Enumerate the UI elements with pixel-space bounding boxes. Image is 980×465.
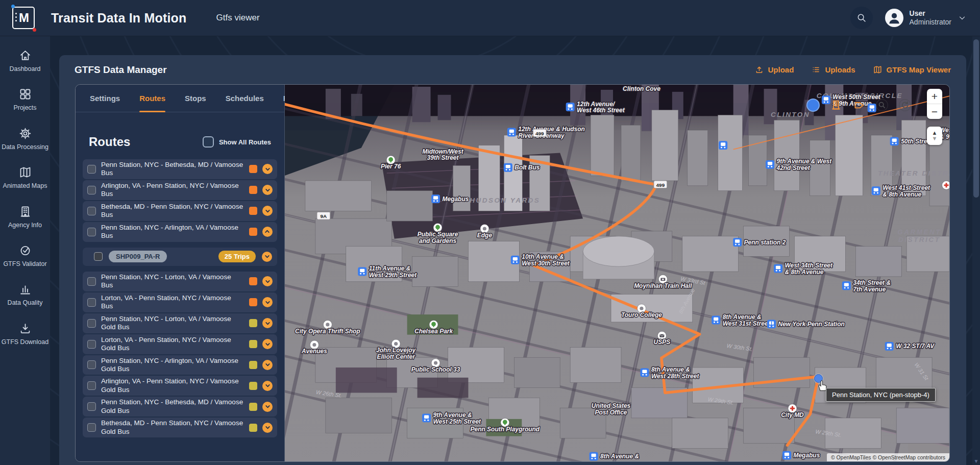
map-label	[719, 141, 727, 150]
bus-stop-marker[interactable]	[566, 103, 575, 111]
route-color-swatch	[249, 186, 257, 194]
scrollbar-down-arrow[interactable]: ▼	[972, 458, 980, 464]
route-expand-button[interactable]	[262, 276, 273, 286]
shape-checkbox[interactable]	[94, 252, 103, 261]
route-checkbox[interactable]	[87, 402, 96, 411]
route-row[interactable]: Penn Station, NYC - Lorton, VA / Vamoose…	[83, 313, 277, 333]
route-row[interactable]: Arlington, VA - Penn Station, NYC / Vamo…	[83, 180, 277, 200]
user-menu[interactable]: User Administrator	[885, 9, 967, 27]
bus-stop-marker[interactable]	[842, 281, 851, 290]
msg-cylinder	[583, 236, 654, 279]
bus-stop-marker[interactable]	[890, 137, 899, 145]
route-row[interactable]: Bethesda, MD - Penn Station, NYC / Vamoo…	[83, 201, 277, 221]
route-checkbox[interactable]	[87, 165, 96, 174]
zoom-in-button[interactable]: +	[927, 89, 942, 104]
sidebar-item-data-quality[interactable]: Data Quality	[0, 282, 50, 306]
route-expand-button[interactable]	[262, 381, 273, 391]
poi-marker[interactable]	[942, 181, 949, 189]
route-expand-button[interactable]	[262, 297, 273, 307]
zoom-out-button[interactable]: −	[927, 104, 942, 119]
route-row[interactable]: Penn Station, NYC - Arlington, VA / Vamo…	[83, 355, 277, 375]
bus-stop-marker[interactable]	[431, 194, 440, 203]
route-row[interactable]: Bethesda, MD - Penn Station, NYC / Vamoo…	[83, 418, 277, 437]
buildings-toggle-button[interactable]	[829, 99, 843, 112]
svg-text:Midtown/West: Midtown/West	[422, 148, 463, 155]
map-label: Bolt Bus	[504, 163, 540, 172]
route-row[interactable]: Penn Station, NYC - Bethesda, MD / Vamoo…	[83, 159, 277, 179]
pitch-control[interactable]: ▲ ▼	[927, 127, 942, 145]
sidebar-item-animated-maps[interactable]: Animated Maps	[0, 165, 50, 189]
route-checkbox[interactable]	[87, 340, 96, 349]
sidebar-item-agency-info[interactable]: Agency Info	[0, 205, 50, 229]
route-row[interactable]: Penn Station, NYC - Bethesda, MD / Vamoo…	[83, 397, 277, 417]
route-row[interactable]: Lorton, VA - Penn Station, NYC / Vamoose…	[83, 334, 277, 354]
route-expand-button[interactable]	[262, 318, 273, 328]
train-station-marker[interactable]	[767, 320, 776, 329]
bus-stop-marker[interactable]	[782, 451, 791, 460]
bus-stop-marker[interactable]	[712, 316, 720, 325]
map-3d-scene: Clinton CoveCOLUMBUS CIRCLECLINTONWest 5…	[285, 85, 949, 461]
search-button[interactable]	[850, 7, 873, 29]
svg-text:City Opera Thrift Shop: City Opera Thrift Shop	[295, 328, 360, 335]
bus-stop-marker[interactable]	[511, 256, 520, 264]
route-color-swatch	[249, 403, 257, 411]
bus-stop-marker[interactable]	[640, 368, 649, 377]
bus-stop-marker[interactable]	[358, 267, 366, 276]
bus-stop-marker[interactable]	[774, 264, 782, 273]
route-row[interactable]: Penn Station, NYC - Arlington, VA / Vamo…	[83, 222, 277, 242]
bus-stop-marker[interactable]	[422, 414, 431, 423]
map-label: Megabus	[431, 194, 469, 203]
sidebar-item-gtfs-validator[interactable]: GTFS Validator	[0, 243, 50, 267]
map-pane[interactable]: Clinton CoveCOLUMBUS CIRCLECLINTONWest 5…	[285, 85, 949, 461]
tab-settings[interactable]: Settings	[90, 85, 120, 112]
bus-stop-marker[interactable]	[872, 186, 880, 195]
route-expand-button[interactable]	[262, 339, 273, 349]
map-refresh-button[interactable]	[898, 99, 912, 112]
shape-expand-button[interactable]	[262, 252, 272, 262]
route-row[interactable]: Arlington, VA - Penn Station, NYC / Vamo…	[83, 376, 277, 396]
sidebar-item-data-processing[interactable]: Data Processing	[0, 127, 50, 151]
bus-stop-marker[interactable]	[766, 160, 774, 169]
tab-stops[interactable]: Stops	[185, 85, 206, 112]
route-checkbox[interactable]	[87, 207, 96, 215]
route-checkbox[interactable]	[87, 186, 96, 194]
location-toggle-button[interactable]	[806, 99, 820, 112]
bus-stop-marker[interactable]	[504, 163, 512, 172]
route-row[interactable]: Penn Station, NYC - Lorton, VA / Vamoose…	[83, 272, 277, 291]
bus-stop-marker[interactable]	[719, 141, 727, 150]
route-expand-button[interactable]	[262, 206, 273, 216]
route-checkbox[interactable]	[87, 319, 96, 328]
route-expand-button[interactable]	[262, 185, 273, 195]
tab-schedules[interactable]: Schedules	[226, 85, 264, 112]
bus-stop-marker[interactable]	[507, 128, 516, 137]
route-expand-button[interactable]	[262, 423, 273, 433]
bus-stop-marker[interactable]	[733, 238, 742, 247]
route-checkbox[interactable]	[87, 381, 96, 390]
page-scrollbar[interactable]: ▼	[972, 36, 980, 465]
labels-toggle-button[interactable]	[852, 99, 866, 112]
map-label: Midtown/West39th Street	[422, 148, 463, 162]
show-all-routes-checkbox[interactable]	[203, 136, 214, 148]
map-search-button[interactable]	[875, 99, 889, 112]
route-expand-button[interactable]	[262, 164, 273, 174]
tab-routes[interactable]: Routes	[139, 85, 165, 112]
uploads-button[interactable]: Uploads	[811, 65, 855, 75]
route-expand-button[interactable]	[262, 402, 273, 412]
route-expand-button[interactable]	[262, 360, 273, 370]
bus-stop-marker[interactable]	[885, 342, 894, 351]
scrollbar-thumb[interactable]	[973, 39, 979, 198]
route-expand-button[interactable]	[262, 227, 273, 237]
route-row[interactable]: Lorton, VA - Penn Station, NYC / Vamoose…	[83, 292, 277, 312]
route-checkbox[interactable]	[87, 277, 96, 286]
route-checkbox[interactable]	[87, 228, 96, 236]
route-checkbox[interactable]	[87, 298, 96, 307]
route-checkbox[interactable]	[87, 360, 96, 369]
route-checkbox[interactable]	[87, 423, 96, 432]
gtfs-map-viewer-button[interactable]: GTFS Map Viewer	[873, 65, 951, 75]
sidebar-item-projects[interactable]: Projects	[0, 87, 50, 111]
sidebar-item-dashboard[interactable]: Dashboard	[0, 48, 50, 72]
upload-button[interactable]: Upload	[754, 65, 794, 75]
shape-sub-row[interactable]: SHP009_PA-R 25 Trips	[83, 248, 277, 266]
sidebar-item-gtfs-download[interactable]: GTFS Download	[0, 322, 50, 346]
bus-stop-marker[interactable]	[590, 452, 598, 461]
